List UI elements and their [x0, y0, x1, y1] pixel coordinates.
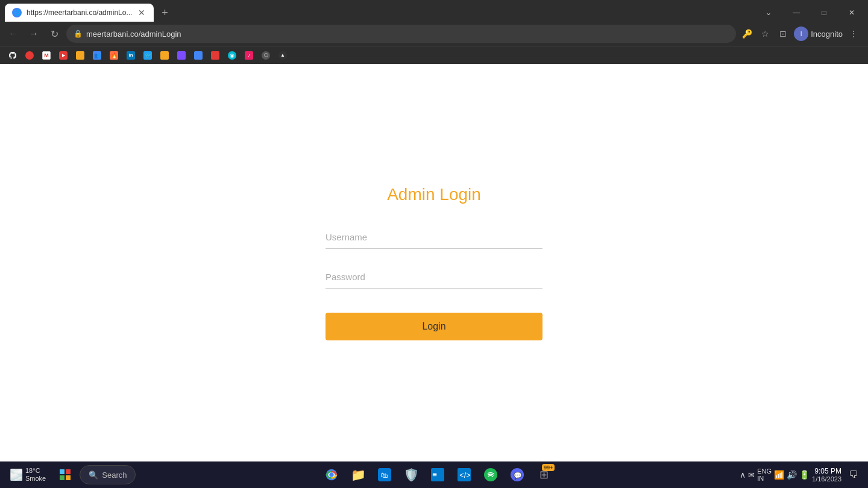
- login-container: Admin Login Login: [326, 185, 542, 340]
- taskbar-extra[interactable]: ⊞ 99+: [532, 463, 556, 487]
- profile-button[interactable]: I Incognito: [794, 27, 843, 41]
- taskbar-files[interactable]: 📁: [346, 463, 370, 487]
- restore-button[interactable]: □: [810, 2, 838, 23]
- taskbar-badge: 99+: [542, 464, 555, 471]
- people-favicon: 👥: [93, 51, 101, 60]
- bookmark-people[interactable]: 👥: [89, 48, 105, 63]
- bookmark-b15[interactable]: ♪: [241, 48, 257, 63]
- page-content: Admin Login Login: [0, 64, 868, 461]
- weather-text: 18°C Smoke: [25, 467, 46, 483]
- taskbar-vscode[interactable]: </>: [452, 463, 476, 487]
- weather-widget: 🌫️ 18°C Smoke: [5, 467, 51, 483]
- tab-close-button[interactable]: ✕: [137, 8, 146, 17]
- svg-text:🛍: 🛍: [380, 471, 388, 480]
- active-tab[interactable]: 🌐 https://meertarbani.co/adminLo... ✕: [5, 4, 154, 22]
- bookmark-b17[interactable]: ▲: [275, 48, 291, 63]
- b17-favicon: ▲: [278, 51, 287, 60]
- taskbar-right: ∧ ✉ ENGIN 📶 🔊 🔋 9:05 PM 1/16/2023 🗨: [735, 465, 868, 484]
- clock-time: 9:05 PM: [812, 467, 841, 475]
- bookmark-gmail[interactable]: M: [39, 48, 54, 63]
- twitter-favicon: 🐦: [143, 51, 152, 60]
- linkedin-favicon: in: [127, 51, 135, 60]
- browser-chrome: 🌐 https://meertarbani.co/adminLo... ✕ + …: [0, 0, 868, 64]
- svg-point-2: [330, 472, 334, 477]
- taskbar-shield[interactable]: 🛡️: [399, 463, 423, 487]
- address-bar: ← → ↻ 🔒 meertarbani.co/adminLogin 🔑 ☆ ⊡ …: [0, 22, 868, 46]
- github-favicon: [8, 51, 17, 60]
- clock-date: 1/16/2023: [812, 475, 841, 483]
- gmail-favicon: M: [42, 51, 51, 60]
- tab-favicon: 🌐: [12, 8, 22, 17]
- battery-icon[interactable]: 🔋: [799, 470, 810, 480]
- taskbar-left: 🌫️ 18°C Smoke 🔍 Search: [0, 463, 140, 487]
- bookmark-linkedin[interactable]: in: [123, 48, 139, 63]
- username-input[interactable]: [326, 226, 542, 249]
- bookmark-youtube[interactable]: ▶: [55, 48, 71, 63]
- new-tab-button[interactable]: +: [156, 4, 173, 21]
- bookmark-red1[interactable]: [22, 48, 37, 63]
- minimize-button[interactable]: ⌄: [755, 2, 782, 23]
- key-icon[interactable]: 🔑: [740, 27, 754, 41]
- wifi-icon[interactable]: 📶: [774, 470, 784, 480]
- window-controls: ⌄ — □ ✕: [755, 2, 868, 23]
- bookmark-maps[interactable]: [72, 48, 88, 63]
- split-view-icon[interactable]: ⊡: [776, 27, 790, 41]
- bookmark-b16[interactable]: ⬡: [258, 48, 274, 63]
- bookmark-fire[interactable]: 🔥: [106, 48, 122, 63]
- star-icon[interactable]: ☆: [758, 27, 772, 41]
- maps-favicon: [76, 51, 84, 60]
- password-input[interactable]: [326, 266, 542, 289]
- back-button[interactable]: ←: [5, 25, 22, 42]
- svg-point-9: [484, 468, 497, 481]
- bookmark-b12[interactable]: [190, 48, 206, 63]
- b13-favicon: [211, 51, 219, 60]
- taskbar-store[interactable]: 🛍: [373, 463, 397, 487]
- reload-button[interactable]: ↻: [46, 25, 63, 42]
- b15-favicon: ♪: [245, 51, 253, 60]
- bookmark-b13[interactable]: [207, 48, 223, 63]
- weather-condition: Smoke: [25, 475, 46, 483]
- search-button[interactable]: 🔍 Search: [80, 465, 136, 484]
- weather-icon: 🌫️: [10, 468, 23, 481]
- svg-text:💬: 💬: [514, 471, 522, 480]
- tray-chevron[interactable]: ∧: [740, 470, 746, 480]
- svg-text:≡: ≡: [433, 470, 438, 479]
- login-button[interactable]: Login: [326, 313, 542, 340]
- taskbar-code[interactable]: ≡: [426, 463, 450, 487]
- taskbar-discord[interactable]: 💬: [505, 463, 529, 487]
- bookmark-twitter[interactable]: 🐦: [140, 48, 156, 63]
- forward-button[interactable]: →: [25, 25, 42, 42]
- close-button[interactable]: ✕: [838, 2, 866, 23]
- bookmark-b11[interactable]: [174, 48, 189, 63]
- youtube-favicon: ▶: [59, 51, 68, 60]
- login-title: Admin Login: [387, 185, 481, 204]
- address-input-wrap[interactable]: 🔒 meertarbani.co/adminLogin: [66, 25, 736, 43]
- b11-favicon: [177, 51, 186, 60]
- sys-tray: ∧ ✉ ENGIN 📶 🔊 🔋: [740, 468, 810, 482]
- taskbar-chrome[interactable]: [319, 463, 344, 487]
- url-display: meertarbani.co/adminLogin: [86, 30, 729, 39]
- start-button[interactable]: [53, 463, 77, 487]
- speaker-icon[interactable]: 🔊: [787, 470, 797, 480]
- fire-favicon: 🔥: [110, 51, 118, 60]
- taskbar-center: 📁 🛍 🛡️ ≡ </> 💬 ⊞ 99+: [140, 463, 735, 487]
- taskbar: 🌫️ 18°C Smoke 🔍 Search 📁 🛍: [0, 461, 868, 488]
- address-right-controls: 🔑 ☆ ⊡ I Incognito ⋮: [740, 27, 863, 41]
- b14-favicon: ◉: [228, 51, 236, 60]
- menu-icon[interactable]: ⋮: [846, 27, 861, 41]
- profile-label: Incognito: [811, 30, 843, 39]
- bookmark-b10[interactable]: [157, 48, 172, 63]
- bookmark-github[interactable]: [5, 48, 20, 63]
- tab-bar: 🌐 https://meertarbani.co/adminLo... ✕ + …: [0, 0, 868, 22]
- b12-favicon: [194, 51, 203, 60]
- notification-icon[interactable]: ✉: [748, 471, 755, 480]
- lock-icon: 🔒: [74, 30, 83, 38]
- weather-temp: 18°C: [25, 467, 46, 475]
- tab-title: https://meertarbani.co/adminLo...: [27, 8, 132, 17]
- clock-widget[interactable]: 9:05 PM 1/16/2023: [812, 467, 841, 483]
- taskbar-spotify[interactable]: [479, 463, 503, 487]
- search-label: Search: [102, 471, 127, 480]
- bookmark-b14[interactable]: ◉: [224, 48, 240, 63]
- notification-button[interactable]: 🗨: [844, 465, 863, 484]
- maximize-button[interactable]: —: [782, 2, 810, 23]
